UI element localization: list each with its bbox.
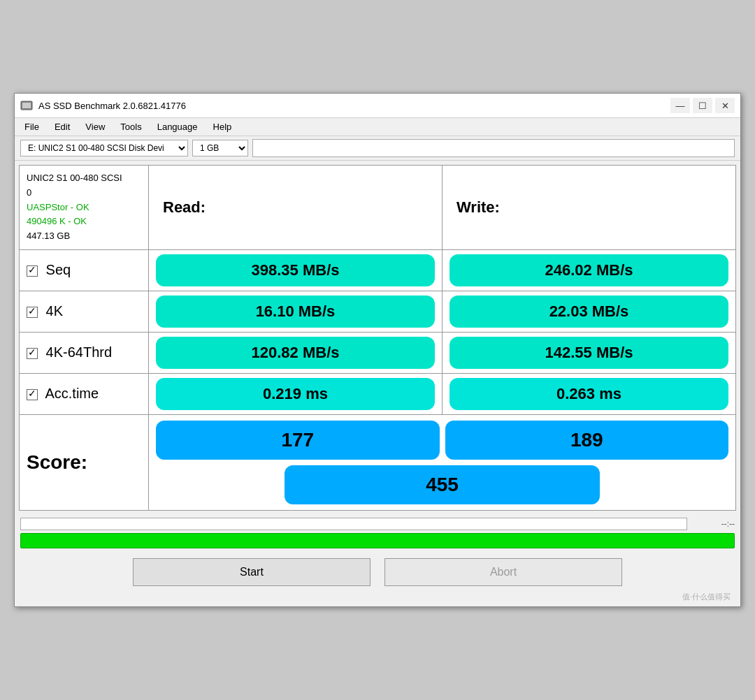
maximize-button[interactable]: ☐ [693,98,712,113]
acctime-write-cell: 0.263 ms [443,373,736,414]
4k64-write-cell: 142.55 MB/s [443,332,736,373]
score-write: 189 [445,421,729,460]
seq-row: Seq 398.35 MB/s 246.02 MB/s [20,249,736,291]
4k64-row: 4K-64Thrd 120.82 MB/s 142.55 MB/s [20,332,736,373]
content-area: UNIC2 S1 00-480 SCSI 0 UASPStor - OK 490… [15,161,740,515]
acctime-row: Acc.time 0.219 ms 0.263 ms [20,373,736,414]
menu-edit[interactable]: Edit [48,119,77,134]
4k-write-value: 22.03 MB/s [450,296,728,328]
green-status-bar [20,533,735,548]
app-icon [20,99,33,112]
abort-button[interactable]: Abort [384,558,622,586]
seq-read-cell: 398.35 MB/s [149,249,443,291]
svg-rect-1 [22,103,31,108]
menu-view[interactable]: View [78,119,112,134]
app-window: AS SSD Benchmark 2.0.6821.41776 — ☐ ✕ Fi… [14,93,741,607]
score-label: Score: [20,414,149,510]
device-name-line2: 0 [27,186,141,200]
write-header: Write: [443,166,736,250]
status-uasp: UASPStor - OK [27,200,141,215]
acctime-read-cell: 0.219 ms [149,373,443,414]
4k64-label: 4K-64Thrd [20,332,149,373]
score-total-row: 455 [156,465,728,504]
toolbar: E: UNIC2 S1 00-480 SCSI Disk Devi 1 GB 5… [15,136,740,161]
info-cell: UNIC2 S1 00-480 SCSI 0 UASPStor - OK 490… [20,166,149,250]
menu-help[interactable]: Help [206,119,239,134]
header-row: UNIC2 S1 00-480 SCSI 0 UASPStor - OK 490… [20,166,736,250]
window-controls: — ☐ ✕ [670,98,735,113]
drive-select[interactable]: E: UNIC2 S1 00-480 SCSI Disk Devi [20,140,188,156]
results-table: UNIC2 S1 00-480 SCSI 0 UASPStor - OK 490… [19,165,736,511]
acctime-checkbox[interactable] [27,389,38,400]
score-row: Score: 177 189 455 [20,414,736,510]
score-total: 455 [285,465,599,504]
score-read: 177 [156,421,440,460]
4k-read-value: 16.10 MB/s [156,296,435,328]
score-top-row: 177 189 [156,421,728,460]
4k-label: 4K [20,291,149,332]
progress-time: --:-- [693,519,735,529]
4k-checkbox[interactable] [27,307,38,318]
watermark: 值·什么值得买 [20,590,735,604]
menu-language[interactable]: Language [150,119,205,134]
menu-file[interactable]: File [17,119,46,134]
score-values-cell: 177 189 455 [149,414,736,510]
disk-size: 447.13 GB [27,229,141,244]
size-select[interactable]: 1 GB 50 MB 100 MB 500 MB 2 GB [192,140,248,156]
seq-read-value: 398.35 MB/s [156,254,435,286]
acctime-write-value: 0.263 ms [450,378,728,410]
progress-row: --:-- [20,518,735,530]
menu-tools[interactable]: Tools [113,119,148,134]
extra-input[interactable] [252,139,735,157]
seq-write-value: 246.02 MB/s [450,254,728,286]
action-buttons: Start Abort [20,553,735,590]
seq-write-cell: 246.02 MB/s [443,249,736,291]
window-title: AS SSD Benchmark 2.0.6821.41776 [38,101,670,111]
4k-write-cell: 22.03 MB/s [443,291,736,332]
progress-bar-container [20,518,687,530]
seq-label: Seq [20,249,149,291]
svg-rect-2 [24,108,29,110]
acctime-label: Acc.time [20,373,149,414]
acctime-read-value: 0.219 ms [156,378,435,410]
title-bar: AS SSD Benchmark 2.0.6821.41776 — ☐ ✕ [15,94,740,118]
4k-read-cell: 16.10 MB/s [149,291,443,332]
read-header: Read: [149,166,443,250]
seq-checkbox[interactable] [27,265,38,277]
bottom-area: --:-- Start Abort 值·什么值得买 [15,515,740,606]
4k64-read-cell: 120.82 MB/s [149,332,443,373]
4k-row: 4K 16.10 MB/s 22.03 MB/s [20,291,736,332]
menu-bar: File Edit View Tools Language Help [15,118,740,136]
start-button[interactable]: Start [133,558,371,586]
device-name-line1: UNIC2 S1 00-480 SCSI [27,171,141,186]
close-button[interactable]: ✕ [715,98,735,113]
minimize-button[interactable]: — [670,98,690,113]
4k64-checkbox[interactable] [27,348,38,359]
4k64-write-value: 142.55 MB/s [450,337,728,369]
status-capacity-k: 490496 K - OK [27,214,141,229]
4k64-read-value: 120.82 MB/s [156,337,435,369]
